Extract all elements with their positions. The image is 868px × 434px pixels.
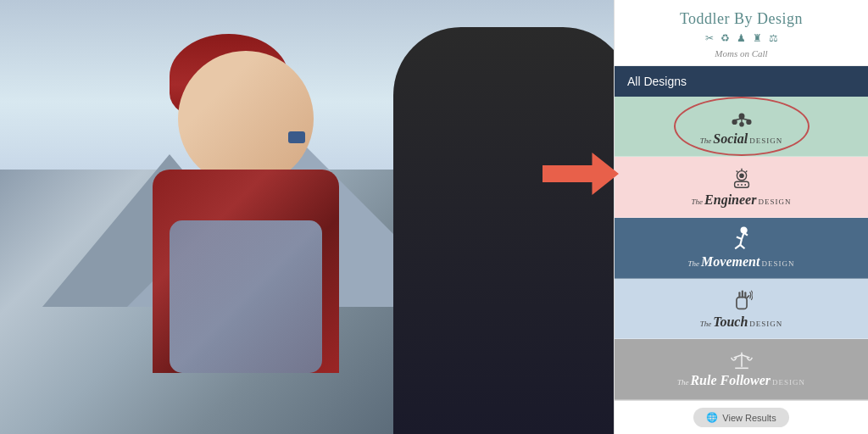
svg-line-5 <box>742 119 748 120</box>
scissors-icon: ✂ <box>705 32 714 45</box>
globe-icon: 🌐 <box>706 412 718 423</box>
social-design: Design <box>749 136 782 145</box>
svg-point-0 <box>739 114 744 119</box>
rule-follower-label: The Rule Follower Design <box>677 373 805 388</box>
svg-line-27 <box>747 295 749 298</box>
svg-line-18 <box>736 236 741 239</box>
engineer-the: The <box>692 198 704 206</box>
rule-follower-the: The <box>677 378 689 387</box>
rule-follower-icon <box>730 350 754 370</box>
svg-line-14 <box>745 171 746 172</box>
svg-point-1 <box>732 120 737 124</box>
recycle-icon: ♻ <box>721 32 730 45</box>
view-results-label: View Results <box>722 413 776 423</box>
svg-line-21 <box>740 245 744 248</box>
touch-design: Design <box>749 320 782 328</box>
app-header: Toddler By Design ✂ ♻ ♟ ♜ ⚖ Moms on Call <box>615 0 868 66</box>
app-title: Toddler By Design <box>627 10 855 29</box>
engineer-icon <box>730 166 754 190</box>
touch-label: The Touch Design <box>700 314 783 330</box>
svg-line-4 <box>734 119 741 120</box>
svg-line-30 <box>733 355 741 358</box>
touch-icon <box>731 288 753 312</box>
app-panel: Toddler By Design ✂ ♻ ♟ ♜ ⚖ Moms on Call… <box>614 0 868 434</box>
rule-follower-name: Rule Follower <box>690 373 771 388</box>
all-designs-label: All Designs <box>627 75 687 88</box>
social-label: The Social Design <box>700 131 782 147</box>
design-list: The Social Design The Engin <box>615 97 868 400</box>
movement-name: Movement <box>701 254 760 270</box>
chess-icon: ♟ <box>737 32 746 45</box>
design-item-touch[interactable]: The Touch Design <box>615 279 868 340</box>
movement-the: The <box>688 259 700 268</box>
engineer-name: Engineer <box>704 192 756 208</box>
touch-the: The <box>700 320 712 328</box>
svg-line-31 <box>742 355 749 358</box>
svg-point-16 <box>741 227 746 232</box>
view-results-section: 🌐 View Results <box>615 400 868 434</box>
svg-rect-23 <box>736 297 746 309</box>
svg-line-17 <box>742 232 744 238</box>
svg-point-2 <box>746 120 750 124</box>
movement-label: The Movement Design <box>688 254 795 270</box>
arrow-indicator <box>542 153 619 195</box>
svg-line-20 <box>735 245 740 248</box>
svg-point-3 <box>739 123 743 126</box>
svg-line-19 <box>740 239 742 245</box>
engineer-label: The Engineer Design <box>692 192 792 208</box>
svg-line-22 <box>743 232 747 235</box>
app-subtitle: Moms on Call <box>627 48 855 58</box>
svg-line-15 <box>736 171 737 172</box>
design-item-rule-follower[interactable]: The Rule Follower Design <box>615 339 868 400</box>
social-network-icon <box>730 106 754 130</box>
movement-design: Design <box>761 259 794 268</box>
engineer-design: Design <box>758 198 791 206</box>
view-results-button[interactable]: 🌐 View Results <box>693 408 788 427</box>
design-item-engineer[interactable]: The Engineer Design <box>615 157 868 218</box>
touch-name: Touch <box>713 314 748 330</box>
social-name: Social <box>713 131 748 147</box>
background-photo <box>0 0 614 434</box>
design-item-social[interactable]: The Social Design <box>615 97 868 158</box>
all-designs-bar[interactable]: All Designs <box>615 66 868 97</box>
design-item-movement[interactable]: The Movement Design <box>615 218 868 279</box>
social-the: The <box>700 136 712 145</box>
movement-icon <box>731 226 753 252</box>
app-icon-row: ✂ ♻ ♟ ♜ ⚖ <box>627 32 855 45</box>
svg-point-8 <box>739 174 744 179</box>
scale-icon: ⚖ <box>769 32 778 45</box>
rule-follower-design: Design <box>772 378 805 387</box>
rook-icon: ♜ <box>753 32 762 45</box>
